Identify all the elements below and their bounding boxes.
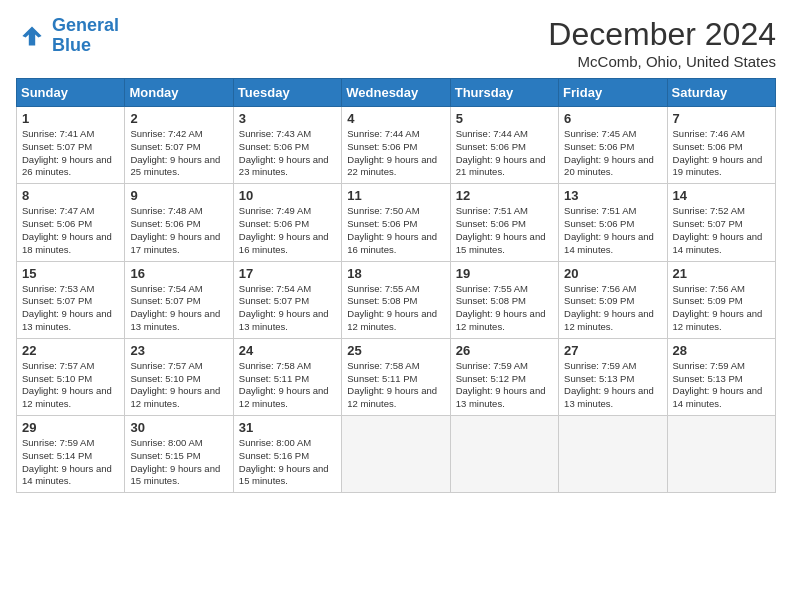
day-info: Sunrise: 7:59 AMSunset: 5:14 PMDaylight:… [22, 437, 119, 488]
logo-icon [16, 20, 48, 52]
calendar-cell: 31Sunrise: 8:00 AMSunset: 5:16 PMDayligh… [233, 416, 341, 493]
day-info: Sunrise: 8:00 AMSunset: 5:16 PMDaylight:… [239, 437, 336, 488]
calendar-cell: 8Sunrise: 7:47 AMSunset: 5:06 PMDaylight… [17, 184, 125, 261]
calendar-cell [559, 416, 667, 493]
col-header-thursday: Thursday [450, 79, 558, 107]
day-info: Sunrise: 7:41 AMSunset: 5:07 PMDaylight:… [22, 128, 119, 179]
day-info: Sunrise: 7:57 AMSunset: 5:10 PMDaylight:… [22, 360, 119, 411]
day-info: Sunrise: 8:00 AMSunset: 5:15 PMDaylight:… [130, 437, 227, 488]
calendar-cell: 29Sunrise: 7:59 AMSunset: 5:14 PMDayligh… [17, 416, 125, 493]
calendar-cell: 21Sunrise: 7:56 AMSunset: 5:09 PMDayligh… [667, 261, 775, 338]
day-number: 22 [22, 343, 119, 358]
day-info: Sunrise: 7:43 AMSunset: 5:06 PMDaylight:… [239, 128, 336, 179]
day-info: Sunrise: 7:42 AMSunset: 5:07 PMDaylight:… [130, 128, 227, 179]
calendar-cell: 5Sunrise: 7:44 AMSunset: 5:06 PMDaylight… [450, 107, 558, 184]
calendar-cell [342, 416, 450, 493]
day-info: Sunrise: 7:58 AMSunset: 5:11 PMDaylight:… [239, 360, 336, 411]
day-info: Sunrise: 7:54 AMSunset: 5:07 PMDaylight:… [239, 283, 336, 334]
day-number: 31 [239, 420, 336, 435]
day-info: Sunrise: 7:44 AMSunset: 5:06 PMDaylight:… [347, 128, 444, 179]
day-number: 23 [130, 343, 227, 358]
day-info: Sunrise: 7:49 AMSunset: 5:06 PMDaylight:… [239, 205, 336, 256]
header: General Blue December 2024 McComb, Ohio,… [16, 16, 776, 70]
calendar-week-1: 1Sunrise: 7:41 AMSunset: 5:07 PMDaylight… [17, 107, 776, 184]
calendar-cell: 6Sunrise: 7:45 AMSunset: 5:06 PMDaylight… [559, 107, 667, 184]
calendar-cell: 26Sunrise: 7:59 AMSunset: 5:12 PMDayligh… [450, 338, 558, 415]
calendar-week-5: 29Sunrise: 7:59 AMSunset: 5:14 PMDayligh… [17, 416, 776, 493]
day-number: 17 [239, 266, 336, 281]
calendar-cell: 30Sunrise: 8:00 AMSunset: 5:15 PMDayligh… [125, 416, 233, 493]
day-number: 28 [673, 343, 770, 358]
day-number: 14 [673, 188, 770, 203]
day-number: 4 [347, 111, 444, 126]
day-info: Sunrise: 7:51 AMSunset: 5:06 PMDaylight:… [456, 205, 553, 256]
day-info: Sunrise: 7:50 AMSunset: 5:06 PMDaylight:… [347, 205, 444, 256]
calendar-cell: 28Sunrise: 7:59 AMSunset: 5:13 PMDayligh… [667, 338, 775, 415]
day-number: 2 [130, 111, 227, 126]
logo: General Blue [16, 16, 119, 56]
calendar-cell [450, 416, 558, 493]
calendar-cell: 12Sunrise: 7:51 AMSunset: 5:06 PMDayligh… [450, 184, 558, 261]
calendar-week-4: 22Sunrise: 7:57 AMSunset: 5:10 PMDayligh… [17, 338, 776, 415]
calendar-cell: 13Sunrise: 7:51 AMSunset: 5:06 PMDayligh… [559, 184, 667, 261]
day-number: 30 [130, 420, 227, 435]
col-header-tuesday: Tuesday [233, 79, 341, 107]
day-number: 13 [564, 188, 661, 203]
day-number: 20 [564, 266, 661, 281]
day-number: 7 [673, 111, 770, 126]
logo-line1: General [52, 15, 119, 35]
logo-line2: Blue [52, 36, 119, 56]
day-info: Sunrise: 7:52 AMSunset: 5:07 PMDaylight:… [673, 205, 770, 256]
day-info: Sunrise: 7:44 AMSunset: 5:06 PMDaylight:… [456, 128, 553, 179]
calendar-cell: 1Sunrise: 7:41 AMSunset: 5:07 PMDaylight… [17, 107, 125, 184]
day-number: 24 [239, 343, 336, 358]
calendar-cell: 20Sunrise: 7:56 AMSunset: 5:09 PMDayligh… [559, 261, 667, 338]
day-number: 8 [22, 188, 119, 203]
calendar-cell: 15Sunrise: 7:53 AMSunset: 5:07 PMDayligh… [17, 261, 125, 338]
day-number: 19 [456, 266, 553, 281]
calendar-cell [667, 416, 775, 493]
day-info: Sunrise: 7:48 AMSunset: 5:06 PMDaylight:… [130, 205, 227, 256]
day-info: Sunrise: 7:45 AMSunset: 5:06 PMDaylight:… [564, 128, 661, 179]
day-info: Sunrise: 7:51 AMSunset: 5:06 PMDaylight:… [564, 205, 661, 256]
day-info: Sunrise: 7:58 AMSunset: 5:11 PMDaylight:… [347, 360, 444, 411]
col-header-friday: Friday [559, 79, 667, 107]
day-info: Sunrise: 7:47 AMSunset: 5:06 PMDaylight:… [22, 205, 119, 256]
logo-text: General Blue [52, 16, 119, 56]
day-number: 18 [347, 266, 444, 281]
calendar-cell: 22Sunrise: 7:57 AMSunset: 5:10 PMDayligh… [17, 338, 125, 415]
day-info: Sunrise: 7:59 AMSunset: 5:13 PMDaylight:… [564, 360, 661, 411]
day-info: Sunrise: 7:59 AMSunset: 5:12 PMDaylight:… [456, 360, 553, 411]
day-number: 26 [456, 343, 553, 358]
calendar-cell: 10Sunrise: 7:49 AMSunset: 5:06 PMDayligh… [233, 184, 341, 261]
day-number: 9 [130, 188, 227, 203]
calendar-cell: 19Sunrise: 7:55 AMSunset: 5:08 PMDayligh… [450, 261, 558, 338]
day-number: 21 [673, 266, 770, 281]
calendar-cell: 18Sunrise: 7:55 AMSunset: 5:08 PMDayligh… [342, 261, 450, 338]
calendar-cell: 14Sunrise: 7:52 AMSunset: 5:07 PMDayligh… [667, 184, 775, 261]
day-number: 25 [347, 343, 444, 358]
day-info: Sunrise: 7:55 AMSunset: 5:08 PMDaylight:… [347, 283, 444, 334]
calendar-cell: 9Sunrise: 7:48 AMSunset: 5:06 PMDaylight… [125, 184, 233, 261]
calendar-week-2: 8Sunrise: 7:47 AMSunset: 5:06 PMDaylight… [17, 184, 776, 261]
calendar-header-row: SundayMondayTuesdayWednesdayThursdayFrid… [17, 79, 776, 107]
day-info: Sunrise: 7:46 AMSunset: 5:06 PMDaylight:… [673, 128, 770, 179]
day-number: 6 [564, 111, 661, 126]
title-area: December 2024 McComb, Ohio, United State… [548, 16, 776, 70]
calendar-cell: 17Sunrise: 7:54 AMSunset: 5:07 PMDayligh… [233, 261, 341, 338]
page-title: December 2024 [548, 16, 776, 53]
day-info: Sunrise: 7:54 AMSunset: 5:07 PMDaylight:… [130, 283, 227, 334]
col-header-monday: Monday [125, 79, 233, 107]
col-header-wednesday: Wednesday [342, 79, 450, 107]
calendar-cell: 16Sunrise: 7:54 AMSunset: 5:07 PMDayligh… [125, 261, 233, 338]
day-info: Sunrise: 7:57 AMSunset: 5:10 PMDaylight:… [130, 360, 227, 411]
day-info: Sunrise: 7:59 AMSunset: 5:13 PMDaylight:… [673, 360, 770, 411]
day-number: 3 [239, 111, 336, 126]
day-number: 16 [130, 266, 227, 281]
calendar-cell: 11Sunrise: 7:50 AMSunset: 5:06 PMDayligh… [342, 184, 450, 261]
calendar-cell: 24Sunrise: 7:58 AMSunset: 5:11 PMDayligh… [233, 338, 341, 415]
day-number: 27 [564, 343, 661, 358]
page-subtitle: McComb, Ohio, United States [548, 53, 776, 70]
day-number: 29 [22, 420, 119, 435]
day-number: 15 [22, 266, 119, 281]
